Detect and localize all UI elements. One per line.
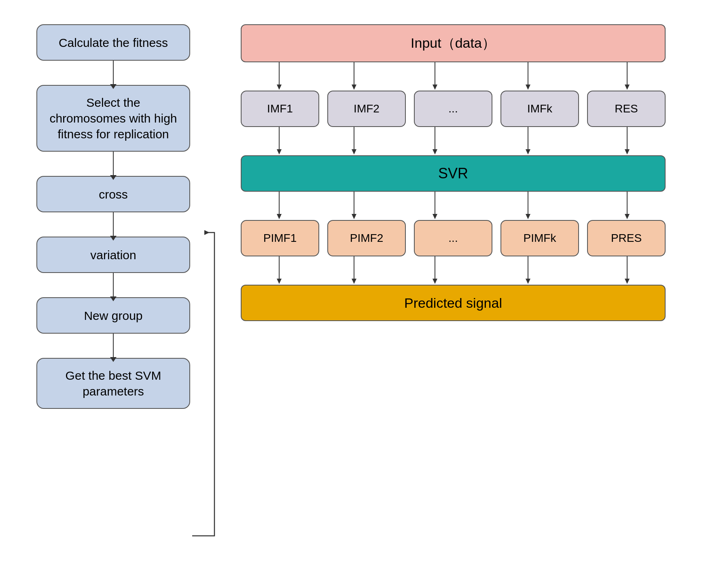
pimf-dots-label: ... [448,232,458,245]
input-arrows-svg [241,62,666,91]
imf2-label: IMF2 [354,102,380,115]
svg-marker-3 [352,85,356,90]
arrow-4 [113,273,114,297]
pres-box: PRES [587,220,666,256]
svg-marker-13 [352,149,356,154]
svg-marker-15 [433,149,437,154]
arrow-1 [113,61,114,85]
select-chromosomes-box: Select the chromosomes with high fitness… [36,85,190,152]
cross-box: cross [36,176,190,212]
calculate-fitness-box: Calculate the fitness [36,24,190,61]
pimf2-box: PIMF2 [327,220,406,256]
svg-marker-39 [625,279,630,284]
res-box: RES [587,91,666,127]
svg-marker-11 [277,149,282,154]
res-label: RES [615,102,638,115]
svg-marker-31 [277,279,282,284]
pimf-row: PIMF1 PIMF2 ... PIMFk PRES [241,220,666,256]
svg-marker-37 [526,279,530,284]
new-group-box: New group [36,297,190,334]
imf-svr-arrows-svg [241,127,666,155]
svg-marker-19 [625,149,630,154]
imf2-box: IMF2 [327,91,406,127]
imf-dots-box: ... [414,91,492,127]
svg-marker-1 [277,85,282,90]
arrow-5 [113,334,114,358]
svg-marker-9 [625,85,630,90]
svg-marker-29 [625,214,630,219]
pimfk-label: PIMFk [524,232,556,245]
input-label: Input（data） [411,34,496,53]
imf1-label: IMF1 [267,102,293,115]
pimf1-box: PIMF1 [241,220,319,256]
svg-marker-7 [526,85,530,90]
calculate-fitness-label: Calculate the fitness [59,35,168,51]
new-group-label: New group [84,308,142,324]
svr-pimf-arrows-svg [241,192,666,220]
imfk-box: IMFk [500,91,579,127]
svg-marker-27 [526,214,530,219]
get-best-svm-box: Get the best SVM parameters [36,358,190,409]
left-column: Calculate the fitness Select the chromos… [24,16,202,409]
svr-to-pimf-arrows [241,192,666,220]
svg-marker-5 [433,85,437,90]
variation-label: variation [90,247,136,263]
predicted-signal-label: Predicted signal [404,295,502,311]
svg-marker-33 [352,279,356,284]
svr-box: SVR [241,155,666,192]
arrow-2 [113,152,114,176]
svg-marker-17 [526,149,530,154]
diagram-wrapper: { "left": { "boxes": [ {"id": "calculate… [0,0,704,588]
pimf-dots-box: ... [414,220,492,256]
pres-label: PRES [611,232,642,245]
pimf-predicted-arrows-svg [241,256,666,285]
pimf2-label: PIMF2 [350,232,383,245]
imfk-label: IMFk [527,102,552,115]
get-best-svm-label: Get the best SVM parameters [49,368,177,399]
svr-label: SVR [438,165,468,182]
pimfk-box: PIMFk [500,220,579,256]
input-to-imf-arrows [241,62,666,91]
arrow-3 [113,212,114,237]
right-column: Input（data） [227,16,680,321]
pimf-to-predicted-arrows [241,256,666,285]
predicted-signal-box: Predicted signal [241,285,666,321]
svg-marker-35 [433,279,437,284]
imf1-box: IMF1 [241,91,319,127]
imf-row: IMF1 IMF2 ... IMFk RES [241,91,666,127]
svg-marker-23 [352,214,356,219]
pimf1-label: PIMF1 [263,232,297,245]
svg-marker-21 [277,214,282,219]
cross-label: cross [99,186,128,202]
input-box: Input（data） [241,24,666,62]
imf-to-svr-arrows [241,127,666,155]
variation-box: variation [36,237,190,273]
select-chromosomes-label: Select the chromosomes with high fitness… [49,95,177,142]
svg-marker-25 [433,214,437,219]
imf-dots-label: ... [448,102,458,115]
diagram-container: Calculate the fitness Select the chromos… [0,0,704,588]
